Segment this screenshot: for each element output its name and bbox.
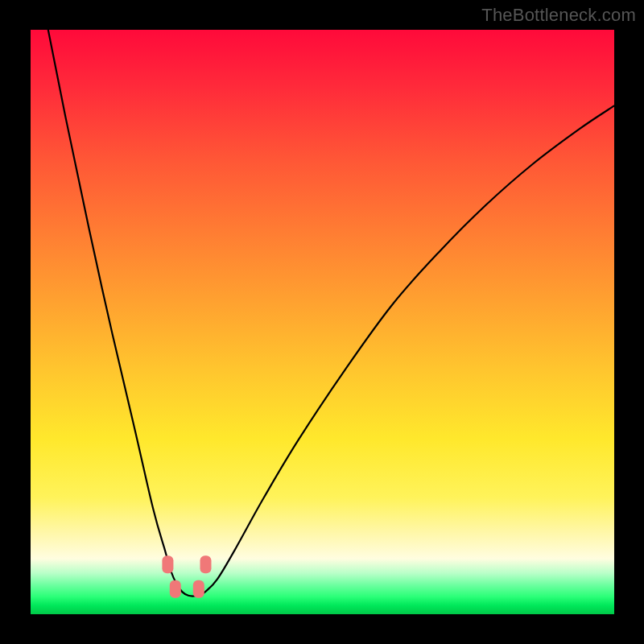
curve-marker [162, 555, 173, 573]
bottleneck-curve [48, 30, 614, 597]
chart-frame: TheBottleneck.com [0, 0, 644, 644]
curve-marker [200, 555, 212, 573]
curve-marker [193, 580, 204, 598]
watermark-text: TheBottleneck.com [481, 5, 636, 26]
curve-marker [170, 580, 181, 598]
curve-svg [31, 30, 614, 614]
marker-group [162, 555, 211, 598]
plot-area [31, 30, 614, 614]
